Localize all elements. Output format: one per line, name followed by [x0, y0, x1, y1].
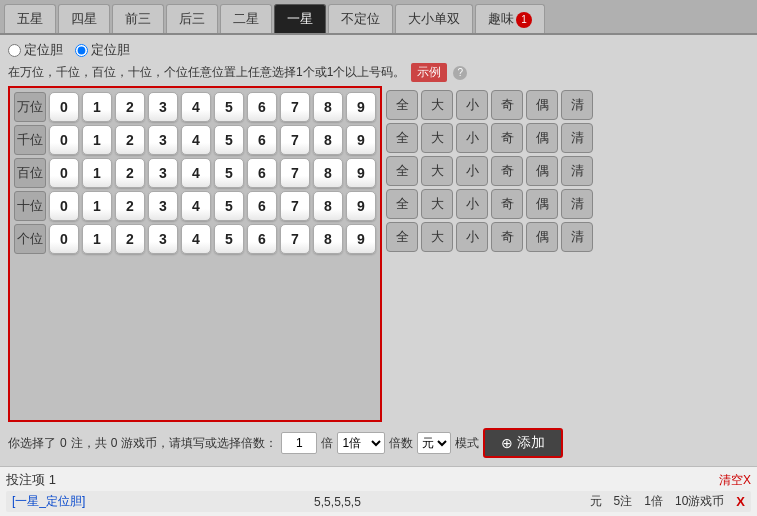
attr-wanwei-all[interactable]: 全 [386, 90, 418, 120]
num-qianwei-5[interactable]: 5 [214, 125, 244, 155]
attr-shiwei-even[interactable]: 偶 [526, 189, 558, 219]
attr-qianwei-clear[interactable]: 清 [561, 123, 593, 153]
attr-baiwei-big[interactable]: 大 [421, 156, 453, 186]
num-gewei-7[interactable]: 7 [280, 224, 310, 254]
label-gewei[interactable]: 个位 [14, 224, 46, 254]
num-shiwei-1[interactable]: 1 [82, 191, 112, 221]
attr-shiwei-big[interactable]: 大 [421, 189, 453, 219]
label-baiwei[interactable]: 百位 [14, 158, 46, 188]
num-shiwei-6[interactable]: 6 [247, 191, 277, 221]
num-gewei-3[interactable]: 3 [148, 224, 178, 254]
attr-baiwei-odd[interactable]: 奇 [491, 156, 523, 186]
num-wanwei-2[interactable]: 2 [115, 92, 145, 122]
tab-wuxing[interactable]: 五星 [4, 4, 56, 33]
num-baiwei-4[interactable]: 4 [181, 158, 211, 188]
attr-wanwei-big[interactable]: 大 [421, 90, 453, 120]
tab-qiansan[interactable]: 前三 [112, 4, 164, 33]
num-baiwei-0[interactable]: 0 [49, 158, 79, 188]
num-wanwei-3[interactable]: 3 [148, 92, 178, 122]
mode-select[interactable]: 元 角 分 [417, 432, 451, 454]
tab-budingwei[interactable]: 不定位 [328, 4, 393, 33]
attr-qianwei-odd[interactable]: 奇 [491, 123, 523, 153]
num-wanwei-6[interactable]: 6 [247, 92, 277, 122]
num-wanwei-7[interactable]: 7 [280, 92, 310, 122]
attr-shiwei-all[interactable]: 全 [386, 189, 418, 219]
num-gewei-6[interactable]: 6 [247, 224, 277, 254]
clear-button[interactable]: 清空X [719, 472, 751, 489]
num-baiwei-6[interactable]: 6 [247, 158, 277, 188]
delete-button[interactable]: X [736, 494, 745, 509]
num-qianwei-1[interactable]: 1 [82, 125, 112, 155]
multiplier-select[interactable]: 1倍 2倍 3倍 5倍 10倍 [337, 432, 385, 454]
num-wanwei-9[interactable]: 9 [346, 92, 376, 122]
tab-quwei[interactable]: 趣味1 [475, 4, 545, 33]
num-gewei-2[interactable]: 2 [115, 224, 145, 254]
attr-qianwei-big[interactable]: 大 [421, 123, 453, 153]
multiplier-input[interactable] [281, 432, 317, 454]
num-gewei-8[interactable]: 8 [313, 224, 343, 254]
attr-baiwei-clear[interactable]: 清 [561, 156, 593, 186]
num-qianwei-7[interactable]: 7 [280, 125, 310, 155]
attr-gewei-clear[interactable]: 清 [561, 222, 593, 252]
tab-yixing[interactable]: 一星 [274, 4, 326, 33]
label-shiwei[interactable]: 十位 [14, 191, 46, 221]
num-qianwei-2[interactable]: 2 [115, 125, 145, 155]
num-baiwei-2[interactable]: 2 [115, 158, 145, 188]
num-wanwei-0[interactable]: 0 [49, 92, 79, 122]
num-shiwei-2[interactable]: 2 [115, 191, 145, 221]
attr-qianwei-even[interactable]: 偶 [526, 123, 558, 153]
num-gewei-1[interactable]: 1 [82, 224, 112, 254]
attr-shiwei-small[interactable]: 小 [456, 189, 488, 219]
num-baiwei-5[interactable]: 5 [214, 158, 244, 188]
num-shiwei-8[interactable]: 8 [313, 191, 343, 221]
num-baiwei-3[interactable]: 3 [148, 158, 178, 188]
num-qianwei-3[interactable]: 3 [148, 125, 178, 155]
num-wanwei-1[interactable]: 1 [82, 92, 112, 122]
attr-qianwei-small[interactable]: 小 [456, 123, 488, 153]
add-button[interactable]: ⊕ 添加 [483, 428, 563, 458]
num-wanwei-5[interactable]: 5 [214, 92, 244, 122]
tab-erxing[interactable]: 二星 [220, 4, 272, 33]
num-shiwei-0[interactable]: 0 [49, 191, 79, 221]
example-button[interactable]: 示例 [411, 63, 447, 82]
num-qianwei-0[interactable]: 0 [49, 125, 79, 155]
attr-wanwei-odd[interactable]: 奇 [491, 90, 523, 120]
num-wanwei-8[interactable]: 8 [313, 92, 343, 122]
num-baiwei-9[interactable]: 9 [346, 158, 376, 188]
num-qianwei-8[interactable]: 8 [313, 125, 343, 155]
help-icon[interactable]: ? [453, 66, 467, 80]
label-wanwei[interactable]: 万位 [14, 92, 46, 122]
attr-gewei-all[interactable]: 全 [386, 222, 418, 252]
attr-baiwei-small[interactable]: 小 [456, 156, 488, 186]
num-qianwei-9[interactable]: 9 [346, 125, 376, 155]
num-shiwei-3[interactable]: 3 [148, 191, 178, 221]
num-shiwei-9[interactable]: 9 [346, 191, 376, 221]
num-gewei-5[interactable]: 5 [214, 224, 244, 254]
attr-wanwei-even[interactable]: 偶 [526, 90, 558, 120]
num-gewei-0[interactable]: 0 [49, 224, 79, 254]
num-gewei-4[interactable]: 4 [181, 224, 211, 254]
num-shiwei-7[interactable]: 7 [280, 191, 310, 221]
num-baiwei-7[interactable]: 7 [280, 158, 310, 188]
num-shiwei-5[interactable]: 5 [214, 191, 244, 221]
tab-daxiao[interactable]: 大小单双 [395, 4, 473, 33]
attr-gewei-small[interactable]: 小 [456, 222, 488, 252]
attr-gewei-big[interactable]: 大 [421, 222, 453, 252]
num-baiwei-8[interactable]: 8 [313, 158, 343, 188]
tab-sixing[interactable]: 四星 [58, 4, 110, 33]
tab-housan[interactable]: 后三 [166, 4, 218, 33]
radio-dingweidan2[interactable]: 定位胆 [75, 41, 130, 59]
attr-qianwei-all[interactable]: 全 [386, 123, 418, 153]
num-baiwei-1[interactable]: 1 [82, 158, 112, 188]
attr-wanwei-small[interactable]: 小 [456, 90, 488, 120]
attr-baiwei-even[interactable]: 偶 [526, 156, 558, 186]
attr-shiwei-clear[interactable]: 清 [561, 189, 593, 219]
num-qianwei-6[interactable]: 6 [247, 125, 277, 155]
attr-gewei-even[interactable]: 偶 [526, 222, 558, 252]
attr-baiwei-all[interactable]: 全 [386, 156, 418, 186]
num-qianwei-4[interactable]: 4 [181, 125, 211, 155]
num-shiwei-4[interactable]: 4 [181, 191, 211, 221]
radio-dingweidan1[interactable]: 定位胆 [8, 41, 63, 59]
num-gewei-9[interactable]: 9 [346, 224, 376, 254]
attr-gewei-odd[interactable]: 奇 [491, 222, 523, 252]
